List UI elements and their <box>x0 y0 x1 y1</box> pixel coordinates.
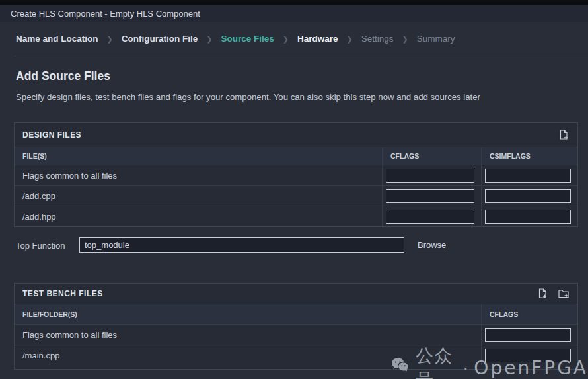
add-folder-icon[interactable] <box>558 288 570 300</box>
dialog-title: Create HLS Component - Empty HLS Compone… <box>11 9 200 19</box>
top-function-label: Top Function <box>16 241 65 251</box>
design-files-header: DESIGN FILES <box>15 123 577 147</box>
test-bench-file-label: /main.cpp <box>15 345 481 365</box>
table-row[interactable]: /add.cpp <box>15 185 577 206</box>
cflags-input[interactable] <box>386 169 474 183</box>
cflags-input[interactable] <box>386 210 474 224</box>
breadcrumb-step-settings[interactable]: Settings <box>361 34 394 44</box>
breadcrumb-divider <box>14 56 588 56</box>
chevron-right-icon: ❯ <box>283 35 289 44</box>
breadcrumb-step-hardware[interactable]: Hardware <box>297 34 338 44</box>
test-bench-files-title: TEST BENCH FILES <box>22 289 103 298</box>
breadcrumb-step-configuration-file[interactable]: Configuration File <box>122 34 198 44</box>
page-subtitle: Specify design files, test bench files a… <box>16 92 480 102</box>
breadcrumb-step-summary[interactable]: Summary <box>417 34 455 44</box>
table-row[interactable]: Flags common to all files <box>15 324 577 345</box>
chevron-right-icon: ❯ <box>347 35 353 44</box>
column-header-csimflags: CSIMFLAGS <box>481 147 577 165</box>
column-header-files: FILE(S) <box>15 147 382 165</box>
cflags-input[interactable] <box>485 328 571 342</box>
csimflags-input[interactable] <box>485 169 571 183</box>
design-file-label: Flags common to all files <box>15 165 382 185</box>
cflags-input[interactable] <box>485 349 571 362</box>
test-bench-files-panel: TEST BENCH FILES FILE/FOLDER(S) CFLAGS F… <box>14 283 578 370</box>
design-file-label: /add.hpp <box>15 206 382 226</box>
breadcrumb-step-name-and-location[interactable]: Name and Location <box>16 34 98 44</box>
add-file-icon[interactable] <box>536 288 548 300</box>
page-title: Add Source Files <box>16 69 110 83</box>
cflags-input[interactable] <box>386 189 474 203</box>
design-files-title: DESIGN FILES <box>22 130 81 140</box>
browse-link[interactable]: Browse <box>418 240 446 250</box>
chevron-right-icon: ❯ <box>402 35 408 44</box>
table-row[interactable]: Flags common to all files <box>15 165 577 185</box>
wizard-breadcrumb: Name and Location ❯ Configuration File ❯… <box>0 22 588 56</box>
design-files-column-header-row: FILE(S) CFLAGS CSIMFLAGS <box>15 147 577 165</box>
breadcrumb-step-source-files[interactable]: Source Files <box>221 34 274 44</box>
table-row[interactable]: /add.hpp <box>15 206 577 226</box>
column-header-cflags: CFLAGS <box>481 304 577 324</box>
dialog-title-bar: Create HLS Component - Empty HLS Compone… <box>0 5 588 22</box>
chevron-right-icon: ❯ <box>107 35 113 44</box>
design-file-label: /add.cpp <box>15 186 382 206</box>
top-function-row: Top Function Browse <box>0 237 588 253</box>
column-header-file-folders: FILE/FOLDER(S) <box>15 304 481 324</box>
chevron-right-icon: ❯ <box>206 35 212 44</box>
test-bench-files-header: TEST BENCH FILES <box>15 284 577 304</box>
add-file-icon[interactable] <box>558 129 570 141</box>
design-files-panel: DESIGN FILES FILE(S) CFLAGS CSIMFLAGS Fl… <box>14 122 578 227</box>
csimflags-input[interactable] <box>485 189 571 203</box>
window-top-strip <box>0 0 588 5</box>
top-function-input[interactable] <box>79 237 404 253</box>
test-bench-column-header-row: FILE/FOLDER(S) CFLAGS <box>15 304 577 324</box>
table-row[interactable]: /main.cpp <box>15 345 577 365</box>
csimflags-input[interactable] <box>485 210 571 224</box>
column-header-cflags: CFLAGS <box>382 147 481 165</box>
test-bench-file-label: Flags common to all files <box>15 325 481 345</box>
